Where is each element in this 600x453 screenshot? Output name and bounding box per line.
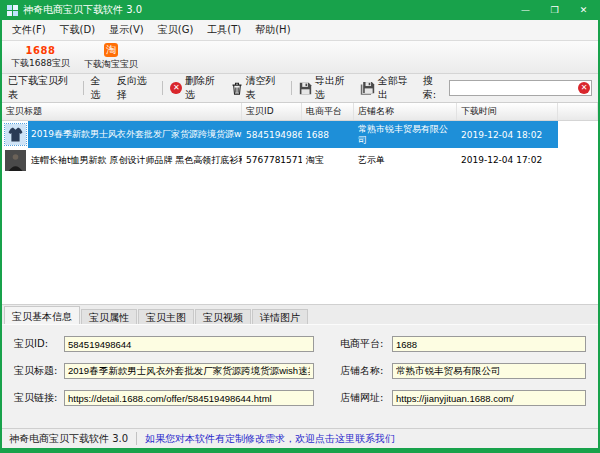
product-title: 2019春季新款男士风衣外套批发厂家货源跨境货源wish速卖通亚 — [28, 121, 242, 148]
clear-list-button[interactable]: 清空列表 — [231, 74, 284, 102]
invert-selection-button[interactable]: 反向选择 — [117, 74, 156, 102]
cell-platform: 1688 — [302, 121, 354, 148]
downloaded-list-label: 已下载宝贝列表 — [8, 74, 76, 102]
thumbnail-wrap — [2, 121, 28, 148]
tab-main-images[interactable]: 宝贝主图 — [138, 309, 194, 324]
window-title: 神奇电商宝贝下载软件 3.0 — [23, 3, 142, 17]
statusbar-separator — [136, 432, 137, 445]
close-button[interactable]: ✕ — [569, 0, 598, 20]
column-header-time[interactable]: 下载时间 — [457, 103, 558, 120]
export-selected-label: 导出所选 — [315, 74, 353, 102]
tab-video[interactable]: 宝贝视频 — [195, 309, 251, 324]
store-url-label: 店铺网址: — [340, 391, 392, 405]
item-id-field[interactable] — [64, 336, 314, 352]
download-taobao-label: 下载淘宝宝贝 — [84, 58, 138, 71]
column-header-filler — [558, 103, 598, 120]
cell-id: 576778157186 — [242, 148, 302, 172]
thumbnail-wrap — [2, 148, 28, 172]
item-title-label: 宝贝标题: — [14, 364, 64, 378]
platform-label: 电商平台: — [340, 337, 392, 351]
menubar: 文件(F) 下载(D) 显示(V) 宝贝(G) 工具(T) 帮助(H) — [2, 20, 598, 41]
menu-tools[interactable]: 工具(T) — [200, 21, 248, 39]
trash-icon — [231, 82, 243, 95]
window-controls: — ❒ ✕ — [511, 0, 598, 20]
product-thumbnail — [5, 124, 26, 145]
cell-platform: 淘宝 — [302, 148, 354, 172]
platform-field[interactable] — [392, 336, 586, 352]
store-url-field[interactable] — [392, 390, 586, 406]
column-header-id[interactable]: 宝贝ID — [242, 103, 302, 120]
toolbar-separator — [162, 81, 163, 95]
export-all-label: 全部导出 — [378, 74, 416, 102]
column-header-store[interactable]: 店铺名称 — [354, 103, 457, 120]
download-1688-button[interactable]: 1688 下载1688宝贝 — [4, 41, 77, 73]
download-taobao-button[interactable]: 淘 下载淘宝宝贝 — [77, 41, 145, 73]
search-label: 搜索: — [423, 74, 446, 102]
delete-x-icon: ✕ — [170, 82, 182, 94]
cell-filler — [558, 121, 598, 148]
item-link-label: 宝贝链接: — [14, 391, 64, 405]
main-toolbar: 1688 下载1688宝贝 淘 下载淘宝宝贝 — [2, 41, 598, 74]
statusbar: 神奇电商宝贝下载软件 3.0 如果您对本软件有定制修改需求，欢迎点击这里联系我们 — [2, 428, 598, 448]
item-link-field[interactable] — [64, 390, 314, 406]
search-input[interactable] — [449, 80, 592, 96]
cell-store: 艺示单 — [354, 148, 457, 172]
cell-filler — [558, 148, 598, 172]
table-header: 宝贝标题 宝贝ID 电商平台 店铺名称 下载时间 — [2, 103, 598, 121]
contact-us-link[interactable]: 如果您对本软件有定制修改需求，欢迎点击这里联系我们 — [145, 432, 395, 446]
detail-form: 宝贝ID: 电商平台: 宝贝标题: 店铺名称: 宝贝链接: 店铺网址: — [14, 336, 586, 406]
cell-store: 常熟市锐丰贸易有限公司 — [354, 121, 457, 148]
column-header-title[interactable]: 宝贝标题 — [2, 103, 242, 120]
item-id-label: 宝贝ID: — [14, 337, 64, 351]
column-header-platform[interactable]: 电商平台 — [302, 103, 354, 120]
download-1688-label: 下载1688宝贝 — [11, 57, 70, 70]
store-name-field[interactable] — [392, 363, 586, 379]
cell-title: 连帽长袖t恤男新款 原创设计师品牌 黑色高领打底衫秋季 暗黑小众 — [2, 148, 242, 172]
1688-logo-icon: 1688 — [26, 45, 56, 56]
detail-tabs: 宝贝基本信息 宝贝属性 宝贝主图 宝贝视频 详情图片 — [2, 305, 598, 324]
detail-panel: 宝贝ID: 电商平台: 宝贝标题: 店铺名称: 宝贝链接: 店铺网址: — [2, 324, 598, 428]
cell-id: 584519498644 — [242, 121, 302, 148]
product-table: 宝贝标题 宝贝ID 电商平台 店铺名称 下载时间 2019春季新款男士风衣外套批… — [2, 103, 598, 305]
cell-time: 2019-12-04 18:02 — [457, 121, 558, 148]
menu-download[interactable]: 下载(D) — [53, 21, 103, 39]
menu-help[interactable]: 帮助(H) — [248, 21, 297, 39]
menu-file[interactable]: 文件(F) — [5, 21, 53, 39]
table-row[interactable]: 连帽长袖t恤男新款 原创设计师品牌 黑色高领打底衫秋季 暗黑小众 5767781… — [2, 148, 598, 172]
toolbar-separator — [83, 81, 84, 95]
cell-time: 2019-12-04 17:02 — [457, 148, 558, 172]
minimize-button[interactable]: — — [511, 0, 540, 20]
tab-attributes[interactable]: 宝贝属性 — [81, 309, 137, 324]
table-row[interactable]: 2019春季新款男士风衣外套批发厂家货源跨境货源wish速卖通亚 5845194… — [2, 121, 598, 148]
delete-selected-button[interactable]: ✕ 删除所选 — [170, 74, 223, 102]
save-floppy-icon — [299, 82, 312, 95]
select-all-button[interactable]: 全选 — [91, 74, 110, 102]
app-icon — [7, 5, 18, 16]
statusbar-app-name: 神奇电商宝贝下载软件 3.0 — [9, 432, 128, 446]
clear-list-label: 清空列表 — [246, 74, 284, 102]
tab-basic-info[interactable]: 宝贝基本信息 — [4, 306, 80, 324]
maximize-button[interactable]: ❒ — [540, 0, 569, 20]
tab-detail-images[interactable]: 详情图片 — [252, 309, 308, 324]
export-selected-button[interactable]: 导出所选 — [299, 74, 353, 102]
taobao-logo-icon: 淘 — [104, 43, 118, 57]
toolbar-separator — [291, 81, 292, 95]
product-thumbnail — [5, 150, 26, 171]
product-title: 连帽长袖t恤男新款 原创设计师品牌 黑色高领打底衫秋季 暗黑小众 — [28, 148, 242, 172]
delete-selected-label: 删除所选 — [185, 74, 224, 102]
menu-item[interactable]: 宝贝(G) — [151, 21, 201, 39]
search-box: ✕ — [449, 80, 592, 96]
clear-search-icon[interactable]: ✕ — [578, 82, 590, 94]
list-toolbar: 已下载宝贝列表 全选 反向选择 ✕ 删除所选 清空列表 导出所选 全部导出 — [2, 74, 598, 103]
menu-view[interactable]: 显示(V) — [102, 21, 151, 39]
cell-title: 2019春季新款男士风衣外套批发厂家货源跨境货源wish速卖通亚 — [2, 121, 242, 148]
store-name-label: 店铺名称: — [340, 364, 392, 378]
titlebar: 神奇电商宝贝下载软件 3.0 — ❒ ✕ — [2, 0, 598, 20]
save-all-floppy-icon — [360, 81, 375, 95]
search-area: 搜索: ✕ — [423, 74, 592, 102]
export-all-button[interactable]: 全部导出 — [360, 74, 416, 102]
item-title-field[interactable] — [64, 363, 314, 379]
app-window: 神奇电商宝贝下载软件 3.0 — ❒ ✕ 文件(F) 下载(D) 显示(V) 宝… — [0, 0, 600, 453]
